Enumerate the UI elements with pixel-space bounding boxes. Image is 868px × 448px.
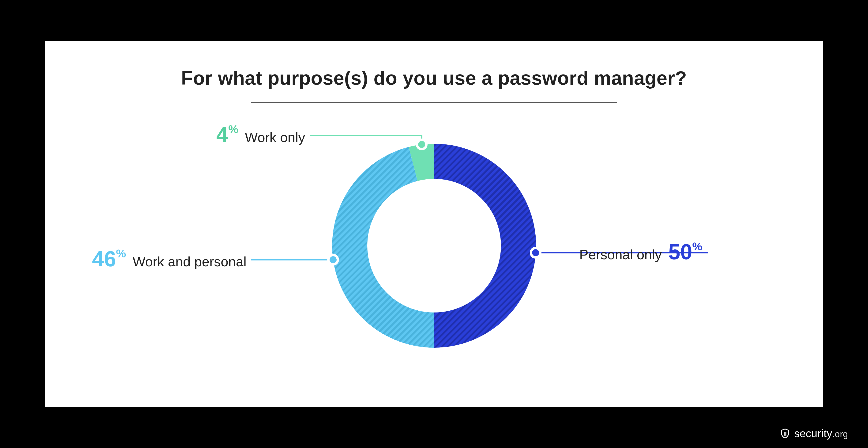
slice-work-only <box>413 161 434 164</box>
pct-personal-only: 50 <box>668 241 692 263</box>
leader-work-and-personal <box>251 255 338 264</box>
donut-chart <box>73 105 795 361</box>
svg-rect-8 <box>785 432 786 436</box>
chart-card: For what purpose(s) do you use a passwor… <box>45 41 823 407</box>
slice-personal-only <box>434 161 519 330</box>
slice-work-and-personal <box>349 164 434 330</box>
label-text-work-and-personal: Work and personal <box>133 253 247 269</box>
pct-work-only: 4 <box>216 124 228 145</box>
brand-watermark: security.org <box>780 427 848 440</box>
svg-point-6 <box>417 140 426 149</box>
svg-point-5 <box>329 255 338 264</box>
pct-work-and-personal: 46 <box>92 248 116 270</box>
label-text-work-only: Work only <box>245 129 305 145</box>
brand-suffix: .org <box>832 429 848 439</box>
chart-title: For what purpose(s) do you use a passwor… <box>73 67 795 89</box>
svg-point-4 <box>531 248 540 258</box>
label-work-only: 4 % Work only <box>216 124 305 145</box>
title-rule <box>251 102 617 103</box>
brand-name: security <box>794 427 832 440</box>
label-work-and-personal: 46 % Work and personal <box>92 248 247 270</box>
label-text-personal-only: Personal only <box>580 247 662 262</box>
pct-sign: % <box>692 241 702 252</box>
svg-rect-7 <box>784 432 784 436</box>
label-personal-only: Personal only 50 % <box>580 241 702 263</box>
pct-sign: % <box>228 124 238 135</box>
pct-sign: % <box>116 248 126 259</box>
shield-icon <box>780 428 790 439</box>
chart-area: Personal only 50 % 46 % Work and persona… <box>73 105 795 361</box>
